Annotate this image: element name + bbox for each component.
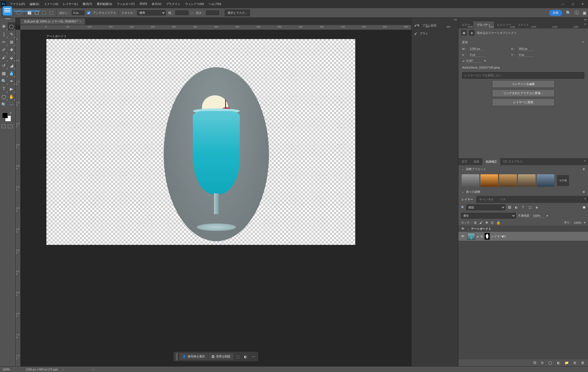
dodge-tool[interactable]: 🔍 bbox=[0, 77, 8, 85]
hand-tool[interactable]: ✋ bbox=[8, 93, 16, 101]
type-tool[interactable]: T bbox=[0, 85, 8, 93]
ruler-horizontal[interactable]: 0501001502002503003504004505005506006507… bbox=[20, 25, 411, 30]
swap-colors-icon[interactable]: ⤭ bbox=[9, 111, 11, 114]
new-group-icon[interactable]: 📁 bbox=[565, 361, 569, 365]
ruler-vertical[interactable]: 05 01 0 01 5 02 0 02 5 03 0 03 5 04 0 04… bbox=[16, 30, 20, 366]
preset-thumbnail[interactable] bbox=[537, 174, 554, 187]
filter-smart-icon[interactable]: ◈ bbox=[534, 205, 539, 210]
style-select[interactable]: 標準 bbox=[137, 10, 166, 15]
tab-layers[interactable]: レイヤー bbox=[458, 196, 476, 203]
x-value[interactable]: 0 px bbox=[469, 53, 485, 57]
menu-type[interactable]: 書式(Y) bbox=[81, 1, 94, 7]
zoom-tool[interactable]: 🔍 bbox=[0, 101, 8, 108]
stamp-tool[interactable]: ⬙ bbox=[8, 54, 16, 61]
share-button[interactable]: 共有 bbox=[549, 10, 562, 16]
drag-handle-icon[interactable] bbox=[176, 353, 177, 360]
layer-name[interactable]: アートボード 1 bbox=[471, 227, 491, 231]
panel-menu-icon[interactable]: ≡ bbox=[582, 21, 588, 28]
extra-tool[interactable]: ⋯ bbox=[8, 101, 16, 108]
filter-shape-icon[interactable]: ▢ bbox=[527, 205, 532, 210]
layer-filter-select[interactable]: 種類 bbox=[466, 204, 505, 210]
zoom-level[interactable]: 100% bbox=[3, 368, 10, 371]
status-chevron-icon[interactable]: › bbox=[63, 368, 64, 371]
menu-image[interactable]: イメージ(I) bbox=[42, 1, 60, 7]
blend-mode-select[interactable]: 通常 bbox=[461, 213, 516, 219]
opacity-dropdown-icon[interactable]: ▾ bbox=[547, 214, 548, 218]
brush-tool[interactable]: 🖌 bbox=[0, 54, 8, 61]
remove-background-button[interactable]: 🖼背景を削除 bbox=[208, 353, 234, 360]
quickmask-icon[interactable] bbox=[2, 125, 6, 128]
layer-fx-icon[interactable]: fx bbox=[541, 361, 544, 365]
filter-type-icon[interactable]: T bbox=[520, 205, 526, 210]
select-subject-button[interactable]: 👤被写体を選択 bbox=[179, 353, 208, 360]
document-tab[interactable]: 合成.psd @ 100% (レイヤー01, RGB/8#) * × bbox=[20, 18, 85, 24]
quick-select-tool[interactable]: ✎ bbox=[8, 30, 16, 38]
subtract-selection-button[interactable] bbox=[42, 10, 46, 15]
panel-menu-icon[interactable]: ≡ bbox=[582, 158, 588, 165]
eyedropper-tool[interactable]: ✐ bbox=[0, 46, 8, 54]
crop-tool[interactable]: ✂ bbox=[0, 38, 8, 46]
contextual-task-bar[interactable]: 👤被写体を選択 🖼背景を削除 ⬚ ◐ ⋯ bbox=[173, 351, 259, 362]
blur-tool[interactable]: 💧 bbox=[8, 69, 16, 77]
grid-view-icon[interactable]: ⊞ bbox=[583, 190, 585, 194]
visibility-icon[interactable]: 👁 bbox=[461, 227, 466, 231]
layer-comp-select[interactable]: レイヤーカンプを適用しない bbox=[462, 72, 584, 79]
artboard-canvas[interactable] bbox=[46, 39, 355, 245]
eraser-tool[interactable]: ◢ bbox=[8, 61, 16, 69]
lasso-tool[interactable]: ⟆ bbox=[0, 30, 8, 38]
close-tab-icon[interactable]: × bbox=[79, 20, 81, 23]
fill-value[interactable]: 100% bbox=[574, 221, 581, 224]
lock-position-icon[interactable]: ✥ bbox=[485, 221, 488, 225]
move-tool[interactable]: ✥ bbox=[0, 22, 8, 30]
convert-linked-button[interactable]: リンクされたアイテムに変換... bbox=[492, 89, 555, 97]
healing-tool[interactable]: ✚ bbox=[8, 46, 16, 54]
select-and-mask-button[interactable]: 選択とマスク... bbox=[225, 10, 250, 16]
fill-dropdown-icon[interactable]: ▾ bbox=[584, 221, 585, 224]
feather-input[interactable] bbox=[72, 10, 84, 15]
menu-layer[interactable]: レイヤー(L) bbox=[61, 1, 80, 7]
more-icon[interactable]: ⋯ bbox=[250, 354, 256, 359]
preset-thumbnail[interactable] bbox=[480, 174, 498, 187]
close-button[interactable]: ✕ bbox=[581, 2, 584, 6]
adjustment-layer-icon[interactable]: ◐ bbox=[557, 361, 560, 365]
chevron-down-icon[interactable]: ⌄ bbox=[462, 168, 464, 171]
pen-tool[interactable]: ✒ bbox=[8, 77, 16, 85]
maximize-button[interactable]: ▢ bbox=[572, 2, 574, 6]
tab-adjustments[interactable]: 色調補正 bbox=[482, 158, 500, 165]
artboard-label[interactable]: アートボード 1 bbox=[46, 34, 66, 38]
foreground-color[interactable] bbox=[2, 113, 8, 118]
antialias-checkbox[interactable] bbox=[87, 11, 90, 15]
gradient-tool[interactable]: ▦ bbox=[0, 69, 8, 77]
list-view-icon[interactable]: ≣ bbox=[583, 168, 585, 171]
angle-dropdown-icon[interactable]: ▾ bbox=[483, 59, 487, 63]
angle-value[interactable]: 0.00° bbox=[466, 59, 482, 63]
tab-channels[interactable]: チャンネル bbox=[476, 196, 497, 203]
link-layers-icon[interactable]: ⛓ bbox=[533, 361, 536, 365]
adjust-icon[interactable]: ◐ bbox=[243, 354, 248, 359]
collapse-handle-icon[interactable]: ◂◂ bbox=[412, 18, 458, 21]
marquee-tool[interactable]: ◯ bbox=[8, 22, 16, 30]
edit-contents-button[interactable]: コンテンツを編集 bbox=[492, 80, 555, 88]
new-layer-icon[interactable]: ⊞ bbox=[573, 361, 576, 365]
opacity-value[interactable]: 100% bbox=[533, 214, 544, 218]
frame-tool[interactable]: ⊠ bbox=[8, 38, 16, 46]
delete-layer-icon[interactable]: 🗑 bbox=[581, 361, 584, 365]
search-icon[interactable]: 🔍 bbox=[566, 10, 571, 15]
tab-cclibraries[interactable]: CC ライブラリ bbox=[500, 158, 526, 165]
tab-comment[interactable]: コメント bbox=[514, 21, 532, 28]
height-value[interactable]: 800 px bbox=[518, 47, 534, 51]
convert-layer-button[interactable]: レイヤーに変換 bbox=[492, 98, 555, 106]
layer-mask-thumbnail[interactable] bbox=[485, 233, 490, 240]
collapse-handle-icon[interactable]: ◂◂ bbox=[458, 18, 588, 21]
menu-view[interactable]: 表示(V) bbox=[150, 1, 163, 7]
screenmode-icon[interactable] bbox=[8, 125, 13, 128]
status-caret-icon[interactable]: ‹ bbox=[93, 368, 94, 371]
shape-tool[interactable]: ◯ bbox=[0, 93, 8, 101]
color-swatches[interactable]: ⤭ bbox=[0, 111, 15, 123]
more-presets-button[interactable]: その他 bbox=[557, 175, 569, 186]
preset-thumbnail[interactable] bbox=[518, 174, 536, 187]
tab-character[interactable]: 文字 bbox=[458, 158, 470, 165]
brush-settings-tab[interactable]: 🖌⚙ブラシ設定 bbox=[412, 21, 458, 29]
layer-row[interactable]: 👁 ◈ ⛓ レイヤー01 bbox=[458, 232, 588, 241]
menu-filter[interactable]: フィルター(T) bbox=[115, 1, 137, 7]
